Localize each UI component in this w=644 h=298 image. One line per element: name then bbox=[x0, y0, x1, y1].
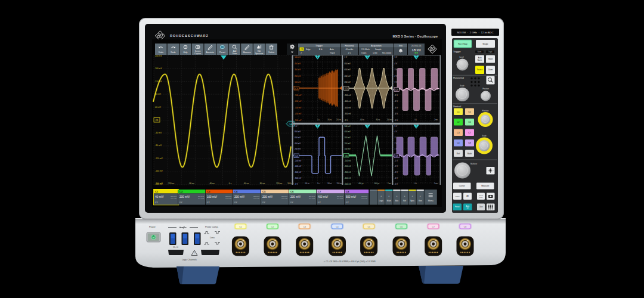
svg-text:-600 mV: -600 mV bbox=[295, 171, 301, 173]
svg-text:AB: AB bbox=[466, 195, 469, 197]
svg-text:+: + bbox=[412, 195, 413, 197]
svg-text:4 V: 4 V bbox=[395, 131, 398, 133]
svg-text:0 V: 0 V bbox=[346, 201, 349, 204]
svg-text:Bus: Bus bbox=[395, 200, 399, 202]
svg-text:-4 V: -4 V bbox=[395, 177, 398, 179]
svg-text:DC 1MΩ: DC 1MΩ bbox=[309, 197, 315, 199]
svg-text:Math: Math bbox=[467, 153, 472, 155]
svg-text:ROHDE&SCHWARZ: ROHDE&SCHWARZ bbox=[170, 34, 209, 38]
svg-text:400 mV: 400 mV bbox=[295, 142, 301, 145]
svg-text:800 mV: 800 mV bbox=[345, 63, 351, 65]
svg-text:500 mV: 500 mV bbox=[295, 56, 301, 58]
svg-text:-80 ns: -80 ns bbox=[188, 182, 194, 185]
svg-text:-2 V: -2 V bbox=[395, 100, 398, 103]
svg-text:Position: Position bbox=[482, 110, 489, 112]
svg-text:200 mV/: 200 mV/ bbox=[290, 195, 301, 198]
svg-text:-100 mV: -100 mV bbox=[345, 160, 351, 162]
svg-text:C7: C7 bbox=[395, 89, 398, 91]
svg-text:DC 1MΩ: DC 1MΩ bbox=[171, 197, 177, 199]
svg-text:Demo: Demo bbox=[210, 237, 215, 239]
svg-text:-800 mV: -800 mV bbox=[295, 177, 301, 179]
svg-text:Level: Level bbox=[459, 56, 464, 58]
svg-text:Edge: Edge bbox=[306, 48, 311, 51]
svg-text:Trig'd: Trig'd bbox=[488, 51, 493, 53]
svg-text:200 ns: 200 ns bbox=[336, 119, 342, 121]
svg-text:300 mV: 300 mV bbox=[345, 136, 351, 139]
svg-text:C7: C7 bbox=[318, 190, 321, 193]
svg-text:Ref: Ref bbox=[457, 153, 460, 155]
svg-text:History: History bbox=[455, 195, 460, 197]
svg-text:C1: C1 bbox=[155, 190, 159, 193]
svg-text:B ⇅: B ⇅ bbox=[319, 48, 323, 51]
svg-text:+: + bbox=[404, 195, 405, 197]
svg-text:Slope: Slope bbox=[488, 58, 493, 60]
svg-text:Measure: Measure bbox=[243, 51, 250, 54]
svg-text:C5: C5 bbox=[345, 88, 348, 90]
svg-text:120 ns: 120 ns bbox=[276, 182, 282, 185]
svg-text:200 mV/: 200 mV/ bbox=[179, 195, 190, 198]
svg-text:2 ms: 2 ms bbox=[434, 119, 438, 121]
svg-text:DC 1MΩ: DC 1MΩ bbox=[225, 197, 231, 199]
svg-text:-200 mV: -200 mV bbox=[155, 182, 163, 185]
svg-text:0 V: 0 V bbox=[318, 201, 321, 204]
svg-text:Spec: Spec bbox=[410, 200, 415, 202]
svg-text:80 ns: 80 ns bbox=[328, 119, 332, 121]
svg-text:Delete: Delete bbox=[268, 51, 274, 54]
svg-text:Trig'd: Trig'd bbox=[330, 52, 335, 54]
svg-text:-500 mV: -500 mV bbox=[295, 119, 301, 122]
svg-text:C6: C6 bbox=[400, 226, 402, 228]
svg-text:200 mV: 200 mV bbox=[295, 148, 301, 150]
svg-text:Clear: Clear bbox=[479, 206, 482, 208]
svg-text:160 mV: 160 mV bbox=[155, 67, 162, 70]
svg-text:0 V: 0 V bbox=[179, 201, 182, 204]
svg-text:Trigger: Trigger bbox=[453, 50, 461, 53]
svg-text:DC 1MΩ: DC 1MΩ bbox=[253, 197, 259, 199]
svg-text:-5 V: -5 V bbox=[395, 119, 398, 122]
svg-text:Position: Position bbox=[482, 88, 489, 90]
svg-text:C8: C8 bbox=[395, 155, 398, 157]
svg-text:Scale: Scale bbox=[460, 85, 465, 87]
svg-text:-5 V: -5 V bbox=[395, 183, 398, 185]
svg-text:-1 V: -1 V bbox=[345, 119, 348, 122]
svg-text:40 ns/div: 40 ns/div bbox=[346, 48, 354, 51]
svg-text:800 mV: 800 mV bbox=[295, 131, 301, 133]
svg-text:2 ms: 2 ms bbox=[434, 182, 438, 185]
svg-text:MXO 5 Series · Oscilloscope: MXO 5 Series · Oscilloscope bbox=[392, 35, 438, 38]
svg-text:5 V: 5 V bbox=[395, 125, 398, 128]
svg-text:C1: C1 bbox=[301, 48, 304, 51]
svg-text:C5: C5 bbox=[468, 111, 470, 113]
svg-text:500 mV: 500 mV bbox=[345, 125, 351, 128]
svg-text:400 mV: 400 mV bbox=[295, 63, 301, 65]
svg-text:⚠ C1–C8 1MΩ ≤ 30 V RMS; ≤ 400: ⚠ C1–C8 1MΩ ≤ 30 V RMS; ≤ 400 V pk (1kΩ)… bbox=[323, 260, 376, 263]
svg-text:!: ! bbox=[194, 252, 194, 255]
svg-text:18:33: 18:33 bbox=[411, 48, 421, 52]
svg-text:+: + bbox=[388, 195, 389, 197]
svg-text:C6: C6 bbox=[290, 190, 294, 193]
svg-text:-3 V: -3 V bbox=[395, 171, 398, 173]
svg-text:-200 mV: -200 mV bbox=[345, 94, 351, 97]
svg-text:Redo: Redo bbox=[171, 51, 175, 54]
svg-text:-400 mV: -400 mV bbox=[345, 177, 351, 179]
svg-text:200 mV/: 200 mV/ bbox=[234, 195, 245, 198]
svg-text:SS←10: SS←10 bbox=[173, 246, 178, 249]
svg-text:-120 mV: -120 mV bbox=[155, 157, 163, 160]
svg-text:80 ns: 80 ns bbox=[260, 182, 265, 185]
svg-text:Logic Channels: Logic Channels bbox=[182, 259, 197, 261]
svg-text:300 mV: 300 mV bbox=[295, 69, 301, 71]
svg-text:-800 mV: -800 mV bbox=[345, 113, 351, 115]
svg-text:-1 V: -1 V bbox=[295, 183, 298, 185]
svg-text:Horizontal: Horizontal bbox=[453, 76, 464, 79]
svg-text:Annotate: Annotate bbox=[206, 51, 214, 54]
svg-text:200 mV: 200 mV bbox=[295, 75, 301, 77]
svg-text:0 s: 0 s bbox=[317, 119, 320, 121]
svg-text:C5: C5 bbox=[262, 190, 266, 193]
svg-text:MXO58 · 2 GHz · 12-bit ADC: MXO58 · 2 GHz · 12-bit ADC bbox=[457, 31, 493, 34]
svg-text:Cursor: Cursor bbox=[459, 185, 466, 187]
svg-text:2 V: 2 V bbox=[395, 75, 398, 77]
svg-text:Run / Stop: Run / Stop bbox=[458, 43, 467, 45]
svg-text:C3: C3 bbox=[457, 132, 459, 134]
svg-text:Info: Info bbox=[399, 45, 402, 47]
svg-text:C2: C2 bbox=[457, 121, 459, 123]
svg-text:Lock: Lock bbox=[479, 197, 483, 198]
svg-text:ƒ: ƒ bbox=[301, 52, 302, 54]
